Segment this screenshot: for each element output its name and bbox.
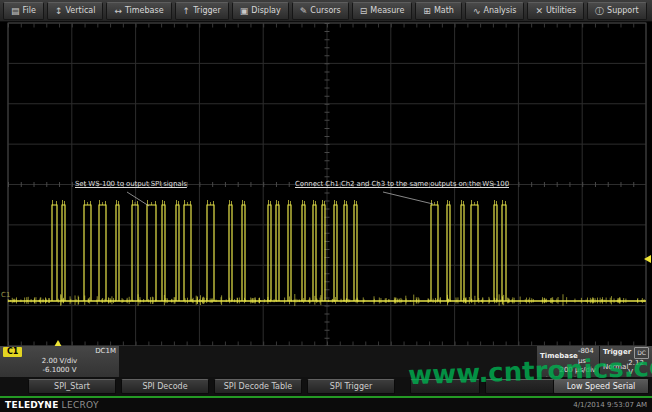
descriptor-row: C1 DC1M 2.00 V/div -6.1000 V Timebase -8… xyxy=(0,346,652,377)
menu-label: Analysis xyxy=(483,6,516,15)
spi-start-button[interactable]: SPI_Start xyxy=(28,379,116,394)
trigger-mode: Normal xyxy=(603,363,628,373)
dialog-button-row: SPI_StartSPI DecodeSPI Decode TableSPI T… xyxy=(0,377,652,396)
spi-decode-button[interactable]: SPI Decode xyxy=(121,379,209,394)
vertical-icon: ↕ xyxy=(55,7,63,15)
spi-decode-table-button[interactable]: SPI Decode Table xyxy=(214,379,302,394)
timebase-delay: -804 µs xyxy=(578,347,596,366)
math-icon: ⊞ xyxy=(423,7,431,15)
menu-label: Math xyxy=(434,6,454,15)
support-icon: ⓘ xyxy=(595,7,604,15)
menu-label: Support xyxy=(607,6,639,15)
trigger-icon: ↑ xyxy=(183,7,191,15)
timebase-descriptor[interactable]: Timebase -804 µs 200 µs/div 100 kS 50 MS… xyxy=(537,346,599,377)
timebase-scale: 200 µs/div xyxy=(559,366,596,376)
menu-label: Trigger xyxy=(193,6,221,15)
trigger-coupling-badge: DC xyxy=(634,347,649,359)
trigger-level-marker[interactable] xyxy=(644,255,651,263)
menu-label: Cursors xyxy=(310,6,340,15)
menu-label: File xyxy=(23,6,36,15)
waveform-display[interactable]: C1 Set WS-100 to output SPI signals Conn… xyxy=(0,22,652,346)
timebase-icon: ↔ xyxy=(114,7,122,15)
timebase-label: Timebase xyxy=(540,352,578,362)
utilities-icon: ✕ xyxy=(535,7,543,15)
brand-logo: TELEDYNELECROY xyxy=(5,400,99,410)
display-icon: ▣ xyxy=(240,7,249,15)
menu-measure[interactable]: ⊟Measure xyxy=(352,2,413,20)
menu-label: Timebase xyxy=(125,6,164,15)
menu-timebase[interactable]: ↔Timebase xyxy=(106,2,171,20)
menu-label: Display xyxy=(251,6,281,15)
menu-trigger[interactable]: ↑Trigger xyxy=(175,2,229,20)
annotation-connect-channels: Connect Ch1 Ch2 and Ch3 to the same outp… xyxy=(295,180,509,188)
empty-button-slot xyxy=(485,379,555,394)
spi-trigger-button[interactable]: SPI Trigger xyxy=(307,379,395,394)
menu-analysis[interactable]: ∿Analysis xyxy=(465,2,525,20)
trigger-descriptor[interactable]: Trigger DC Normal 2.12 V SPI xyxy=(600,346,652,377)
menu-file[interactable]: ▤File xyxy=(3,2,44,20)
menu-label: Vertical xyxy=(65,6,95,15)
menu-cursors[interactable]: ✎Cursors xyxy=(292,2,349,20)
channel-offset: -6.1000 V xyxy=(42,366,76,376)
annotation-set-ws100: Set WS-100 to output SPI signals xyxy=(75,180,187,188)
menu-label: Utilities xyxy=(546,6,576,15)
channel-scale: 2.00 V/div xyxy=(42,357,78,367)
brand-teledyne: TELEDYNE xyxy=(5,400,59,410)
menu-display[interactable]: ▣Display xyxy=(232,2,289,20)
menu-vertical[interactable]: ↕Vertical xyxy=(47,2,104,20)
low-speed-serial-button[interactable]: Low Speed Serial xyxy=(553,379,649,394)
menu-bar: ▤File↕Vertical↔Timebase↑Trigger▣Display✎… xyxy=(0,0,652,22)
menu-label: Measure xyxy=(370,6,404,15)
channel-badge: C1 xyxy=(3,347,22,357)
oscilloscope-screen: { "menu": { "items": [ {"label": "File",… xyxy=(0,0,652,412)
menu-utilities[interactable]: ✕Utilities xyxy=(527,2,584,20)
datetime-display: 4/1/2014 9:53:07 AM xyxy=(573,401,647,409)
trigger-level: 2.12 V xyxy=(628,359,649,378)
channel-coupling: DC1M xyxy=(95,347,116,357)
analysis-icon: ∿ xyxy=(473,7,481,15)
empty-button-slot xyxy=(410,379,480,394)
brand-lecroy: LECROY xyxy=(62,400,99,410)
file-icon: ▤ xyxy=(11,7,20,15)
trigger-label: Trigger xyxy=(603,348,631,358)
menu-support[interactable]: ⓘSupport xyxy=(587,2,647,20)
cursors-icon: ✎ xyxy=(300,7,308,15)
menu-math[interactable]: ⊞Math xyxy=(415,2,462,20)
channel-c1-descriptor[interactable]: C1 DC1M 2.00 V/div -6.1000 V xyxy=(0,346,119,377)
channel-c1-grid-marker[interactable]: C1 xyxy=(1,291,10,299)
measure-icon: ⊟ xyxy=(360,7,368,15)
status-bar: TELEDYNELECROY 4/1/2014 9:53:07 AM xyxy=(0,396,652,412)
